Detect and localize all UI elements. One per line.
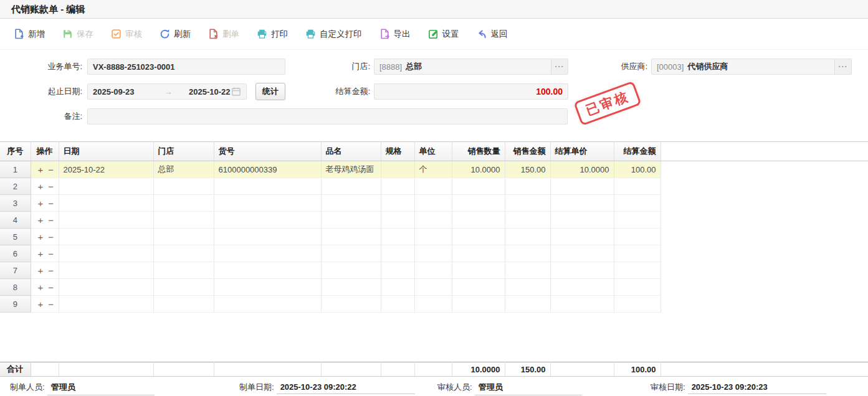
custom-print-button[interactable]: 自定义打印	[305, 29, 362, 40]
cell-name[interactable]	[321, 279, 381, 296]
remark-input[interactable]	[87, 108, 568, 125]
row-remove-button[interactable]: −	[48, 215, 54, 225]
cell-name[interactable]	[321, 195, 381, 212]
cell-price[interactable]	[550, 195, 614, 212]
cell-unit[interactable]	[414, 195, 452, 212]
cell-settle[interactable]	[614, 195, 661, 212]
cell-sku[interactable]	[214, 229, 321, 245]
cell-qty[interactable]	[452, 229, 505, 245]
cell-amount[interactable]: 150.00	[505, 161, 550, 178]
cell-date[interactable]	[59, 245, 153, 262]
cell-sku[interactable]	[214, 262, 321, 279]
cell-price[interactable]: 10.0000	[550, 161, 614, 178]
cell-qty[interactable]	[452, 195, 505, 212]
cell-amount[interactable]	[505, 296, 550, 313]
cell-store[interactable]	[153, 279, 214, 296]
cell-name[interactable]	[321, 245, 381, 262]
cell-settle[interactable]	[614, 212, 661, 229]
cell-price[interactable]	[550, 296, 614, 313]
cell-amount[interactable]	[505, 195, 550, 212]
store-input[interactable]: [8888] 总部	[374, 59, 551, 74]
cell-amount[interactable]	[505, 229, 550, 245]
calendar-icon[interactable]	[231, 87, 241, 97]
refresh-button[interactable]: 刷新	[160, 29, 191, 40]
cell-store[interactable]	[153, 245, 214, 262]
statistics-button[interactable]: 统计	[255, 83, 285, 100]
cell-spec[interactable]	[381, 296, 414, 313]
cell-qty[interactable]	[452, 212, 505, 229]
supplier-picker-button[interactable]: ···	[834, 59, 851, 74]
cell-spec[interactable]	[381, 195, 414, 212]
cell-unit[interactable]	[414, 296, 452, 313]
cell-date[interactable]	[59, 229, 153, 245]
cell-unit[interactable]	[414, 229, 452, 245]
cell-price[interactable]	[550, 262, 614, 279]
cell-sku[interactable]	[214, 195, 321, 212]
cell-name[interactable]	[321, 229, 381, 245]
cell-spec[interactable]	[381, 161, 414, 178]
back-button[interactable]: 返回	[477, 29, 508, 40]
row-add-button[interactable]: +	[38, 198, 44, 209]
cell-date[interactable]	[59, 195, 153, 212]
cell-qty[interactable]: 10.0000	[452, 161, 505, 178]
cell-price[interactable]	[550, 212, 614, 229]
print-button[interactable]: 打印	[257, 29, 288, 40]
cell-store[interactable]: 总部	[153, 161, 214, 178]
row-add-button[interactable]: +	[38, 232, 44, 242]
cell-store[interactable]	[153, 212, 214, 229]
cell-name[interactable]	[321, 212, 381, 229]
cell-settle[interactable]	[614, 279, 661, 296]
cell-store[interactable]	[153, 195, 214, 212]
row-add-button[interactable]: +	[38, 299, 44, 309]
row-add-button[interactable]: +	[38, 164, 44, 175]
cell-settle[interactable]	[614, 262, 661, 279]
cell-store[interactable]	[153, 262, 214, 279]
row-remove-button[interactable]: −	[48, 282, 54, 293]
cell-sku[interactable]	[214, 279, 321, 296]
cell-name[interactable]	[321, 178, 381, 195]
row-remove-button[interactable]: −	[48, 265, 54, 276]
row-remove-button[interactable]: −	[48, 232, 54, 242]
cell-amount[interactable]	[505, 262, 550, 279]
cell-spec[interactable]	[381, 229, 414, 245]
row-add-button[interactable]: +	[38, 282, 44, 293]
cell-store[interactable]	[153, 296, 214, 313]
cell-spec[interactable]	[381, 212, 414, 229]
cell-unit[interactable]: 个	[414, 161, 452, 178]
cell-settle[interactable]	[614, 229, 661, 245]
cell-sku[interactable]	[214, 296, 321, 313]
row-remove-button[interactable]: −	[48, 181, 54, 192]
store-picker-button[interactable]: ···	[551, 59, 568, 74]
date-start-value[interactable]: 2025-09-23	[93, 87, 148, 97]
cell-price[interactable]	[550, 178, 614, 195]
cell-spec[interactable]	[381, 245, 414, 262]
cell-qty[interactable]	[452, 178, 505, 195]
row-add-button[interactable]: +	[38, 181, 44, 192]
cell-qty[interactable]	[452, 296, 505, 313]
row-remove-button[interactable]: −	[48, 164, 54, 175]
cell-price[interactable]	[550, 279, 614, 296]
cell-settle[interactable]	[614, 245, 661, 262]
cell-qty[interactable]	[452, 262, 505, 279]
cell-spec[interactable]	[381, 178, 414, 195]
biz-no-input[interactable]: VX-8888-251023-0001	[87, 59, 285, 75]
cell-unit[interactable]	[414, 279, 452, 296]
row-remove-button[interactable]: −	[48, 198, 54, 209]
cell-date[interactable]: 2025-10-22	[59, 161, 153, 178]
cell-unit[interactable]	[414, 212, 452, 229]
cell-name[interactable]	[321, 262, 381, 279]
settings-button[interactable]: 设置	[428, 29, 459, 40]
cell-price[interactable]	[550, 245, 614, 262]
cell-spec[interactable]	[381, 279, 414, 296]
row-remove-button[interactable]: −	[48, 248, 54, 259]
cell-store[interactable]	[153, 229, 214, 245]
cell-settle[interactable]	[614, 178, 661, 195]
cell-amount[interactable]	[505, 279, 550, 296]
cell-sku[interactable]	[214, 212, 321, 229]
cell-date[interactable]	[59, 262, 153, 279]
cell-amount[interactable]	[505, 212, 550, 229]
cell-store[interactable]	[153, 178, 214, 195]
date-range-input[interactable]: 2025-09-23 → 2025-10-22	[87, 83, 247, 100]
cell-sku[interactable]	[214, 178, 321, 195]
cell-amount[interactable]	[505, 245, 550, 262]
